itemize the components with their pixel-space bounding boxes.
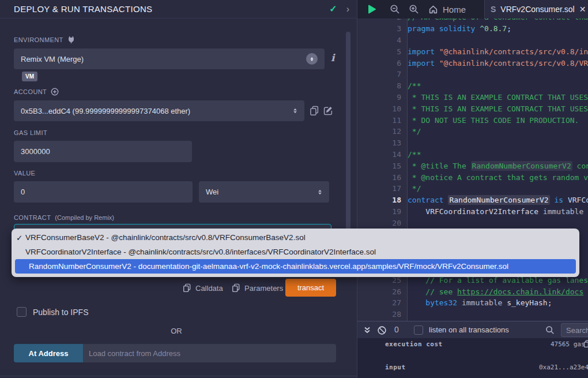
search-icon bbox=[545, 325, 555, 335]
line-number: 17 bbox=[357, 184, 401, 193]
zoom-out-icon[interactable] bbox=[390, 4, 400, 14]
account-label: ACCOUNT bbox=[14, 88, 59, 96]
contract-option[interactable]: VRFCoordinatorV2Interface - @chainlink/c… bbox=[12, 245, 579, 259]
code-line[interactable]: 11 * DO NOT USE THIS CODE IN PRODUCTION. bbox=[357, 114, 588, 126]
terminal-search-input[interactable] bbox=[561, 323, 588, 337]
terminal-row-key: execution cost bbox=[385, 340, 443, 348]
code-line[interactable]: 19 VRFCoordinatorV2Interface immutable bbox=[357, 206, 588, 218]
code-line[interactable]: 2// An example of a consumer contract th… bbox=[357, 18, 588, 23]
environment-label: ENVIRONMENT bbox=[14, 36, 75, 43]
terminal-row-value: 47565 gas bbox=[551, 340, 585, 348]
deploy-run-panel: DEPLOY & RUN TRANSACTIONS ✓ › ENVIRONMEN… bbox=[0, 0, 357, 378]
code-line[interactable]: 7 bbox=[357, 69, 588, 80]
line-number: 7 bbox=[357, 70, 401, 78]
copy-calldata-icon[interactable] bbox=[183, 283, 191, 292]
panel-scrollbar[interactable] bbox=[346, 32, 350, 259]
or-divider-label: OR bbox=[0, 327, 353, 335]
code-line[interactable]: 9 * THIS IS AN EXAMPLE CONTRACT THAT USE… bbox=[357, 92, 588, 103]
edit-account-icon[interactable] bbox=[323, 106, 333, 115]
code-text: * @title The RandomNumberConsumerV2 con bbox=[408, 162, 588, 170]
terminal-row-value: 0xa21...a23e4 bbox=[539, 364, 588, 371]
value-label: VALUE bbox=[14, 170, 35, 177]
code-line[interactable]: 3pragma solidity ^0.8.7; bbox=[357, 23, 588, 35]
panel-divider bbox=[0, 376, 357, 376]
environment-select[interactable]: Remix VM (Merge) bbox=[14, 48, 325, 69]
line-number: 20 bbox=[357, 219, 401, 227]
code-line[interactable]: 8/** bbox=[357, 80, 588, 92]
line-number: 8 bbox=[357, 81, 401, 90]
contract-option[interactable]: RandomNumberConsumerV2 - documentation-g… bbox=[15, 259, 576, 274]
page-title: DEPLOY & RUN TRANSACTIONS bbox=[14, 4, 152, 14]
info-icon[interactable]: i bbox=[331, 52, 334, 63]
code-line[interactable]: 17 */ bbox=[357, 183, 588, 194]
contract-option[interactable]: ✓VRFConsumerBaseV2 - @chainlink/contract… bbox=[12, 230, 579, 245]
line-number: 6 bbox=[357, 59, 401, 68]
gas-limit-input[interactable]: 3000000 bbox=[14, 141, 192, 162]
code-line[interactable]: 4 bbox=[357, 35, 588, 46]
solidity-file-icon: S bbox=[491, 5, 496, 14]
line-number: 26 bbox=[357, 287, 401, 296]
listen-all-checkbox[interactable] bbox=[414, 325, 423, 335]
value-input[interactable]: 0 bbox=[14, 181, 193, 203]
line-number: 12 bbox=[357, 127, 401, 136]
code-text: contract RandomNumberConsumerV2 is VRFCo bbox=[408, 196, 588, 204]
line-number: 4 bbox=[357, 36, 401, 44]
zoom-in-icon[interactable] bbox=[409, 4, 419, 14]
code-text: */ bbox=[408, 127, 421, 136]
gas-limit-label: GAS LIMIT bbox=[14, 129, 47, 136]
home-icon bbox=[428, 5, 438, 14]
code-line[interactable]: 15 * @title The RandomNumberConsumerV2 c… bbox=[357, 160, 588, 171]
value-unit-select[interactable]: Wei bbox=[199, 181, 329, 203]
expand-terminal-icon[interactable] bbox=[363, 326, 371, 334]
copy-parameters-icon[interactable] bbox=[232, 283, 240, 292]
code-text: bytes32 immutable s_keyHash; bbox=[408, 298, 552, 307]
code-line[interactable]: 6import "@chainlink/contracts/src/v0.8/V… bbox=[357, 57, 588, 69]
tab-vrfv2consumer-label: VRFv2Consumer.sol bbox=[500, 5, 574, 14]
publish-ipfs-checkbox[interactable] bbox=[17, 307, 27, 317]
account-select[interactable]: 0x5B3...eddC4 (99.99999999999997374068 e… bbox=[14, 100, 304, 121]
line-number: 14 bbox=[357, 150, 401, 159]
line-number: 3 bbox=[357, 24, 401, 33]
publish-ipfs-label: Publish to IPFS bbox=[33, 308, 89, 317]
transact-button[interactable]: transact bbox=[285, 279, 336, 297]
contract-label-suffix: (Compiled by Remix) bbox=[55, 214, 114, 221]
chevron-right-icon[interactable]: › bbox=[346, 5, 349, 13]
transaction-count-badge: 0 bbox=[394, 325, 399, 334]
code-line[interactable]: 5import "@chainlink/contracts/src/v0.8/i… bbox=[357, 46, 588, 57]
at-address-input[interactable] bbox=[83, 344, 336, 362]
code-text: import "@chainlink/contracts/src/v0.8/VR bbox=[408, 59, 588, 68]
tab-vrfv2consumer[interactable]: S VRFv2Consumer.sol ✕ bbox=[484, 0, 588, 18]
code-line[interactable]: 18contract RandomNumberConsumerV2 is VRF… bbox=[357, 194, 588, 206]
code-line[interactable]: 27 bytes32 immutable s_keyHash; bbox=[357, 297, 588, 309]
close-tab-icon[interactable]: ✕ bbox=[579, 5, 586, 14]
copy-account-icon[interactable] bbox=[310, 106, 319, 115]
calldata-label[interactable]: Calldata bbox=[195, 284, 223, 293]
code-line[interactable]: 28 bbox=[357, 309, 588, 320]
code-line[interactable]: 26 // see https://docs.chain.link/docs bbox=[357, 286, 588, 297]
listen-all-label: listen on all transactions bbox=[429, 325, 509, 334]
line-number: 27 bbox=[357, 298, 401, 307]
clear-console-icon[interactable] bbox=[377, 325, 387, 335]
play-icon[interactable] bbox=[366, 3, 378, 15]
line-number: 19 bbox=[357, 207, 401, 216]
code-text: */ bbox=[408, 184, 421, 193]
contract-dropdown-list: ✓VRFConsumerBaseV2 - @chainlink/contract… bbox=[12, 229, 579, 277]
code-line[interactable]: 16 * @notice A contract that gets random… bbox=[357, 171, 588, 183]
code-line[interactable]: 13 bbox=[357, 137, 588, 149]
plus-circle-icon[interactable] bbox=[51, 88, 59, 96]
code-line[interactable]: 14/** bbox=[357, 149, 588, 160]
code-text: /** bbox=[408, 150, 421, 159]
contract-option-label: VRFConsumerBaseV2 - @chainlink/contracts… bbox=[25, 233, 306, 242]
code-text: pragma solidity ^0.8.7; bbox=[408, 24, 511, 33]
code-text: * @notice A contract that gets random v bbox=[408, 173, 588, 182]
line-number: 2 bbox=[357, 18, 401, 21]
at-address-button[interactable]: At Address bbox=[14, 344, 83, 362]
line-number: 28 bbox=[357, 310, 401, 319]
copy-value-icon[interactable] bbox=[583, 340, 588, 347]
parameters-label[interactable]: Parameters bbox=[244, 284, 283, 293]
code-line[interactable]: 10 * THIS IS AN EXAMPLE CONTRACT THAT US… bbox=[357, 103, 588, 114]
tab-home[interactable]: Home bbox=[428, 0, 466, 18]
code-line[interactable]: 12 */ bbox=[357, 126, 588, 137]
terminal-output[interactable]: execution cost47565 gasinput0xa21...a23e… bbox=[357, 338, 588, 378]
code-line[interactable]: 20 bbox=[357, 217, 588, 229]
